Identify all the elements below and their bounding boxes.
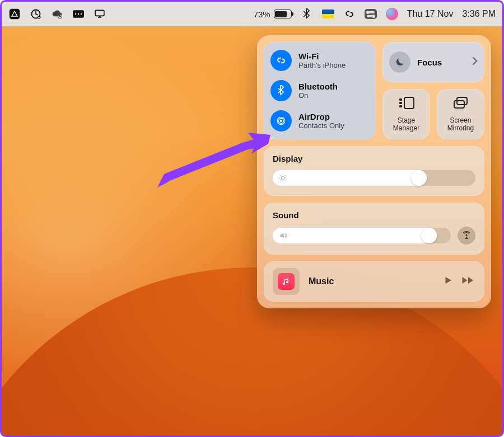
speaker-icon <box>278 231 288 240</box>
control-center-icon[interactable] <box>365 8 377 20</box>
svg-rect-8 <box>95 10 104 16</box>
airdrop-subtitle: Contacts Only <box>298 121 344 130</box>
battery-icon <box>274 10 292 18</box>
menubar-time[interactable]: 3:36 PM <box>462 9 496 19</box>
input-menu-icon[interactable] <box>72 8 85 20</box>
link-icon <box>270 50 292 71</box>
volume-slider[interactable] <box>273 228 451 243</box>
svg-point-7 <box>81 13 82 15</box>
music-tile[interactable]: Music <box>264 261 484 302</box>
siri-icon[interactable] <box>386 8 398 20</box>
moon-icon <box>389 51 410 73</box>
screens-icon <box>452 96 469 112</box>
svg-point-18 <box>281 176 284 179</box>
focus-label: Focus <box>417 58 442 67</box>
display-tile: Display <box>264 146 484 196</box>
bluetooth-row[interactable]: Bluetooth On <box>270 80 369 101</box>
wifi-row[interactable]: Wi-Fi Parth's iPhone <box>270 50 369 71</box>
personal-hotspot-icon[interactable] <box>343 8 356 20</box>
wifi-subtitle: Parth's iPhone <box>298 61 346 69</box>
music-artwork <box>273 268 300 295</box>
connectivity-tile: Wi-Fi Parth's iPhone Bluetooth On <box>264 42 376 139</box>
focus-tile[interactable]: Focus <box>382 42 484 82</box>
stage-manager-tile[interactable]: StageManager <box>382 89 430 139</box>
stage-manager-label: StageManager <box>393 116 419 133</box>
activity-monitor-icon[interactable] <box>30 8 42 20</box>
display-label: Display <box>273 154 475 163</box>
svg-point-9 <box>280 120 282 122</box>
music-label: Music <box>309 276 334 286</box>
battery-status[interactable]: 73% <box>254 10 292 19</box>
sun-icon <box>278 173 287 182</box>
svg-point-19 <box>466 234 468 236</box>
battery-pct: 73% <box>254 10 270 19</box>
svg-rect-15 <box>399 105 402 107</box>
menubar-date[interactable]: Thu 17 Nov <box>407 9 454 19</box>
sound-tile: Sound <box>264 203 484 255</box>
forward-icon[interactable] <box>461 275 475 288</box>
svg-rect-13 <box>399 98 402 101</box>
control-center-panel: Wi-Fi Parth's iPhone Bluetooth On <box>257 35 491 308</box>
flag-icon[interactable] <box>322 8 334 20</box>
stage-manager-icon <box>398 96 415 112</box>
play-icon[interactable] <box>443 275 453 288</box>
music-note-icon <box>278 273 295 290</box>
svg-point-6 <box>78 13 80 15</box>
screen-mirroring-label: ScreenMirroring <box>447 116 474 133</box>
bluetooth-title: Bluetooth <box>298 82 338 91</box>
cloud-sync-icon[interactable] <box>51 8 63 20</box>
triangle-app-icon[interactable] <box>8 8 21 20</box>
bluetooth-subtitle: On <box>298 91 338 100</box>
chevron-right-icon <box>472 57 478 68</box>
desktop-wallpaper: 73% Thu 17 Nov 3:36 PM <box>2 2 502 435</box>
screen-mirroring-tile[interactable]: ScreenMirroring <box>437 89 484 139</box>
airplay-audio-icon[interactable] <box>458 227 475 245</box>
airdrop-row[interactable]: AirDrop Contacts Only <box>270 110 369 131</box>
wifi-title: Wi-Fi <box>298 51 346 61</box>
svg-rect-0 <box>10 9 20 19</box>
bluetooth-menubar-icon[interactable] <box>301 8 313 20</box>
sound-label: Sound <box>273 210 475 220</box>
svg-rect-12 <box>404 97 414 109</box>
airdrop-title: AirDrop <box>298 112 344 121</box>
airplay-icon[interactable] <box>94 8 106 20</box>
bluetooth-icon <box>270 80 292 101</box>
airdrop-icon <box>270 110 292 131</box>
brightness-slider[interactable] <box>273 170 475 186</box>
svg-rect-14 <box>399 102 402 104</box>
menubar: 73% Thu 17 Nov 3:36 PM <box>2 2 502 26</box>
svg-marker-20 <box>157 135 270 187</box>
svg-point-5 <box>75 13 77 15</box>
